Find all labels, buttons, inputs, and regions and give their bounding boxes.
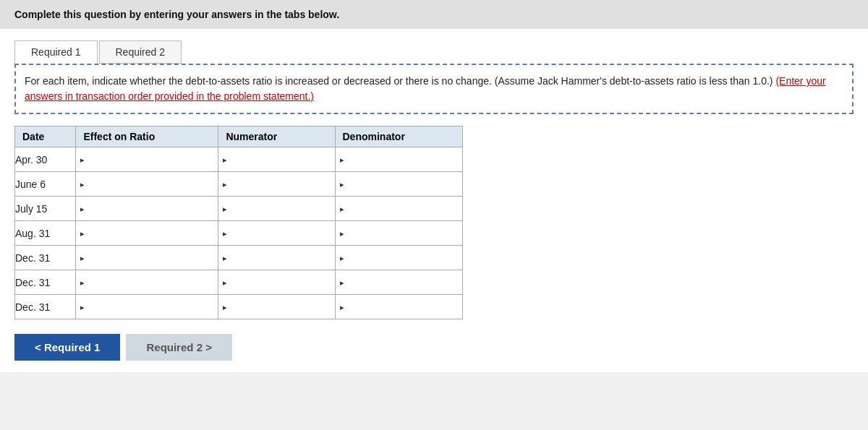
- denominator-cell-select-4[interactable]: IncreasedDecreasedNo Change: [336, 246, 463, 270]
- table-header-row: Date Effect on Ratio Numerator Denominat…: [15, 126, 463, 147]
- effect-cell-4[interactable]: IncreasedDecreasedNo Change: [76, 246, 218, 270]
- effect-cell-5[interactable]: IncreasedDecreasedNo Change: [76, 270, 218, 295]
- date-cell-2: July 15: [15, 197, 76, 221]
- effect-cell-2[interactable]: IncreasedDecreasedNo Change: [76, 197, 218, 221]
- denominator-cell-6[interactable]: IncreasedDecreasedNo Change: [335, 295, 463, 319]
- denominator-cell-select-5[interactable]: IncreasedDecreasedNo Change: [336, 270, 463, 294]
- effect-cell-6[interactable]: IncreasedDecreasedNo Change: [76, 295, 218, 319]
- numerator-cell-select-2[interactable]: IncreasedDecreasedNo Change: [218, 197, 334, 220]
- table-row: Dec. 31IncreasedDecreasedNo ChangeIncrea…: [15, 246, 463, 270]
- denominator-cell-select-6[interactable]: IncreasedDecreasedNo Change: [336, 295, 463, 319]
- numerator-cell-select-6[interactable]: IncreasedDecreasedNo Change: [218, 295, 334, 319]
- numerator-cell-select-0[interactable]: IncreasedDecreasedNo Change: [218, 147, 334, 171]
- col-numerator: Numerator: [218, 126, 335, 147]
- denominator-cell-select-1[interactable]: IncreasedDecreasedNo Change: [336, 172, 463, 196]
- numerator-cell-select-4[interactable]: IncreasedDecreasedNo Change: [218, 246, 334, 270]
- col-effect: Effect on Ratio: [76, 126, 218, 147]
- table-row: Aug. 31IncreasedDecreasedNo ChangeIncrea…: [15, 221, 463, 246]
- denominator-cell-select-2[interactable]: IncreasedDecreasedNo Change: [336, 197, 463, 220]
- denominator-cell-0[interactable]: IncreasedDecreasedNo Change: [335, 147, 463, 172]
- buttons-row: < Required 1 Required 2 >: [14, 334, 854, 361]
- denominator-cell-5[interactable]: IncreasedDecreasedNo Change: [335, 270, 463, 295]
- col-denominator: Denominator: [335, 126, 463, 147]
- effect-cell-select-6[interactable]: IncreasedDecreasedNo Change: [76, 295, 218, 319]
- denominator-cell-1[interactable]: IncreasedDecreasedNo Change: [335, 172, 463, 197]
- numerator-cell-1[interactable]: IncreasedDecreasedNo Change: [218, 172, 335, 197]
- table-row: Dec. 31IncreasedDecreasedNo ChangeIncrea…: [15, 295, 463, 319]
- page-container: Complete this question by entering your …: [0, 0, 868, 430]
- effect-cell-select-1[interactable]: IncreasedDecreasedNo Change: [76, 172, 218, 196]
- question-main-text: For each item, indicate whether the debt…: [25, 75, 775, 87]
- effect-cell-select-5[interactable]: IncreasedDecreasedNo Change: [76, 270, 218, 294]
- denominator-cell-3[interactable]: IncreasedDecreasedNo Change: [335, 221, 463, 246]
- numerator-cell-4[interactable]: IncreasedDecreasedNo Change: [218, 246, 335, 270]
- effect-cell-select-3[interactable]: IncreasedDecreasedNo Change: [76, 221, 218, 245]
- effect-cell-0[interactable]: IncreasedDecreasedNo Change: [76, 147, 218, 172]
- date-cell-0: Apr. 30: [15, 147, 76, 172]
- tab-required1[interactable]: Required 1: [14, 40, 98, 64]
- table-row: July 15IncreasedDecreasedNo ChangeIncrea…: [15, 197, 463, 221]
- effect-cell-1[interactable]: IncreasedDecreasedNo Change: [76, 172, 218, 197]
- table-row: Apr. 30IncreasedDecreasedNo ChangeIncrea…: [15, 147, 463, 172]
- instruction-text: Complete this question by entering your …: [14, 9, 339, 20]
- data-table: Date Effect on Ratio Numerator Denominat…: [14, 126, 463, 319]
- numerator-cell-6[interactable]: IncreasedDecreasedNo Change: [218, 295, 335, 319]
- back-button[interactable]: < Required 1: [14, 334, 120, 361]
- numerator-cell-5[interactable]: IncreasedDecreasedNo Change: [218, 270, 335, 295]
- numerator-cell-2[interactable]: IncreasedDecreasedNo Change: [218, 197, 335, 221]
- numerator-cell-select-3[interactable]: IncreasedDecreasedNo Change: [218, 221, 334, 245]
- numerator-cell-0[interactable]: IncreasedDecreasedNo Change: [218, 147, 335, 172]
- date-cell-1: June 6: [15, 172, 76, 197]
- effect-cell-3[interactable]: IncreasedDecreasedNo Change: [76, 221, 218, 246]
- table-row: Dec. 31IncreasedDecreasedNo ChangeIncrea…: [15, 270, 463, 295]
- numerator-cell-select-1[interactable]: IncreasedDecreasedNo Change: [218, 172, 334, 196]
- effect-cell-select-4[interactable]: IncreasedDecreasedNo Change: [76, 246, 218, 270]
- content-area: Required 1 Required 2 For each item, ind…: [0, 29, 868, 372]
- question-box: For each item, indicate whether the debt…: [14, 64, 854, 114]
- tabs-row: Required 1 Required 2: [14, 40, 854, 64]
- date-cell-3: Aug. 31: [15, 221, 76, 246]
- numerator-cell-select-5[interactable]: IncreasedDecreasedNo Change: [218, 270, 334, 294]
- table-row: June 6IncreasedDecreasedNo ChangeIncreas…: [15, 172, 463, 197]
- effect-cell-select-0[interactable]: IncreasedDecreasedNo Change: [76, 147, 218, 171]
- date-cell-5: Dec. 31: [15, 270, 76, 295]
- denominator-cell-select-3[interactable]: IncreasedDecreasedNo Change: [336, 221, 463, 245]
- denominator-cell-4[interactable]: IncreasedDecreasedNo Change: [335, 246, 463, 270]
- date-cell-6: Dec. 31: [15, 295, 76, 319]
- forward-button[interactable]: Required 2 >: [126, 334, 231, 361]
- denominator-cell-2[interactable]: IncreasedDecreasedNo Change: [335, 197, 463, 221]
- date-cell-4: Dec. 31: [15, 246, 76, 270]
- denominator-cell-select-0[interactable]: IncreasedDecreasedNo Change: [336, 147, 463, 171]
- instruction-bar: Complete this question by entering your …: [0, 0, 868, 29]
- numerator-cell-3[interactable]: IncreasedDecreasedNo Change: [218, 221, 335, 246]
- tab-required2[interactable]: Required 2: [99, 40, 182, 64]
- col-date: Date: [15, 126, 76, 147]
- effect-cell-select-2[interactable]: IncreasedDecreasedNo Change: [76, 197, 218, 220]
